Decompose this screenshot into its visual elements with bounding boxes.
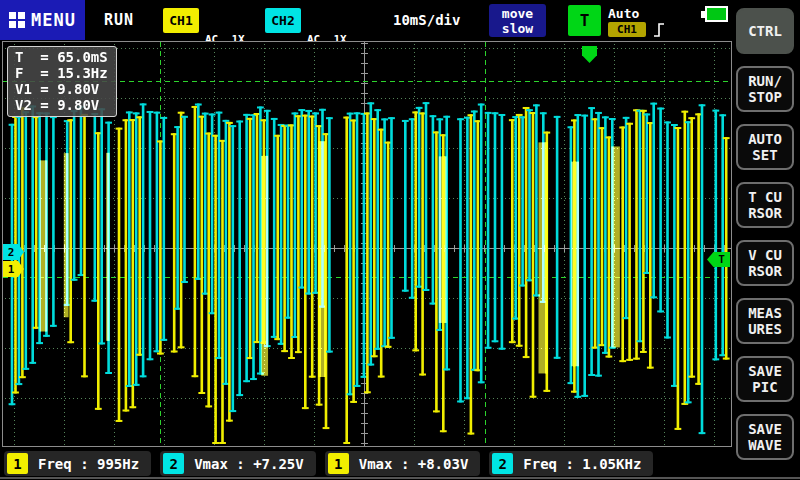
save-wave-button[interactable]: SAVE WAVE: [736, 414, 794, 460]
measurement-value: Freq : 1.05KHz: [523, 456, 641, 472]
menu-button[interactable]: MENU: [0, 0, 85, 40]
measure-f: F = 15.3Hz: [15, 65, 108, 81]
run-stop-button[interactable]: RUN/ STOP: [736, 66, 794, 112]
battery-icon: [701, 6, 728, 22]
waveform-area: T = 65.0mS F = 15.3Hz V1 = 9.80V V2 = 9.…: [2, 41, 732, 447]
measurement-chip: 1 Vmax : +8.03V: [325, 451, 481, 476]
measures-button[interactable]: MEAS URES: [736, 298, 794, 344]
t-cursor-button[interactable]: T CU RSOR: [736, 182, 794, 228]
bottom-measurement-bar: 1 Freq : 995Hz 2 Vmax : +7.25V 1 Vmax : …: [4, 451, 653, 476]
ch2-button[interactable]: CH2: [265, 8, 301, 33]
battery-body: [705, 6, 728, 22]
v-cursor-button[interactable]: V CU RSOR: [736, 240, 794, 286]
save-pic-button[interactable]: SAVE PIC: [736, 356, 794, 402]
measurement-chip: 2 Freq : 1.05KHz: [489, 451, 653, 476]
trigger-button[interactable]: T: [568, 5, 601, 36]
menu-label: MENU: [31, 10, 76, 30]
move-mode-button[interactable]: move slow: [489, 4, 546, 37]
measure-v1: V1 = 9.80V: [15, 81, 108, 97]
measure-t: T = 65.0mS: [15, 49, 108, 65]
measurement-chip: 1 Freq : 995Hz: [4, 451, 151, 476]
oscilloscope-screen: MENU RUN CH1 AC 1X 2.5V/div CH2 AC 1X 2.…: [0, 0, 800, 480]
top-bar: MENU RUN CH1 AC 1X 2.5V/div CH2 AC 1X 2.…: [0, 0, 800, 41]
timebase-setting[interactable]: 10mS/div: [393, 12, 460, 28]
measurement-value: Vmax : +7.25V: [194, 456, 304, 472]
ctrl-button[interactable]: CTRL: [736, 8, 794, 54]
measurement-chip: 2 Vmax : +7.25V: [160, 451, 316, 476]
channel-badge: 1: [328, 453, 349, 474]
menu-grid-icon: [9, 12, 25, 28]
auto-set-button[interactable]: AUTO SET: [736, 124, 794, 170]
trigger-slope-icon[interactable]: [653, 21, 665, 42]
measure-v2: V2 = 9.80V: [15, 97, 108, 113]
run-status: RUN: [104, 11, 134, 29]
measurement-value: Freq : 995Hz: [38, 456, 139, 472]
channel-badge: 2: [163, 453, 184, 474]
channel-badge: 1: [7, 453, 28, 474]
ch1-button[interactable]: CH1: [163, 8, 199, 33]
measurement-value: Vmax : +8.03V: [359, 456, 469, 472]
trigger-source-badge[interactable]: CH1: [608, 22, 646, 37]
cursor-measurement-overlay: T = 65.0mS F = 15.3Hz V1 = 9.80V V2 = 9.…: [7, 46, 117, 117]
sidebar: CTRL RUN/ STOP AUTO SET T CU RSOR V CU R…: [736, 8, 794, 460]
channel-badge: 2: [492, 453, 513, 474]
bottom-divider: [0, 477, 800, 479]
trigger-mode: Auto: [608, 6, 639, 21]
